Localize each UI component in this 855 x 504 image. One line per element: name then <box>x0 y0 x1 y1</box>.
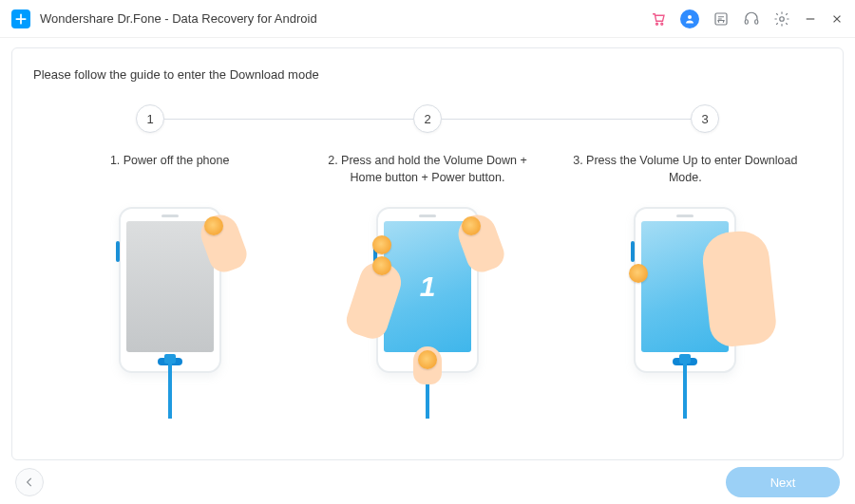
app-title: Wondershare Dr.Fone - Data Recovery for … <box>40 11 650 26</box>
svg-point-3 <box>661 23 663 25</box>
step-2-label: 2. Press and hold the Volume Down + Home… <box>309 152 546 199</box>
instruction-text: Please follow the guide to enter the Dow… <box>31 67 824 82</box>
content-card: Please follow the guide to enter the Dow… <box>11 47 844 460</box>
cart-icon[interactable] <box>650 10 667 28</box>
titlebar: Wondershare Dr.Fone - Data Recovery for … <box>0 0 855 38</box>
svg-rect-6 <box>745 19 748 24</box>
svg-rect-7 <box>755 19 758 24</box>
step-1: 1. Power off the phone <box>51 152 289 420</box>
close-button[interactable] <box>830 12 844 26</box>
step-1-label: 1. Power off the phone <box>104 152 236 199</box>
account-icon[interactable] <box>680 9 699 28</box>
svg-point-2 <box>656 23 658 25</box>
support-icon[interactable] <box>743 10 760 28</box>
feedback-icon[interactable] <box>712 10 730 28</box>
back-button[interactable] <box>15 468 44 496</box>
step-line <box>164 119 413 120</box>
step-2: 2. Press and hold the Volume Down + Home… <box>309 152 546 420</box>
step-2-illustration: 1 <box>314 207 542 420</box>
step-node-2: 2 <box>413 104 442 133</box>
next-button[interactable]: Next <box>726 467 840 497</box>
step-3-label: 3. Press the Volume Up to enter Download… <box>566 152 804 199</box>
minimize-button[interactable] <box>804 12 817 26</box>
step-3: 3. Press the Volume Up to enter Download… <box>566 152 804 420</box>
step-node-1: 1 <box>136 104 164 133</box>
step-line <box>442 119 691 120</box>
app-logo <box>11 9 30 28</box>
step-node-3: 3 <box>691 104 719 133</box>
step-1-illustration <box>56 207 284 420</box>
svg-point-4 <box>688 15 692 19</box>
titlebar-actions <box>650 9 844 28</box>
svg-point-8 <box>780 16 785 21</box>
settings-icon[interactable] <box>773 10 790 28</box>
progress-stepper: 1 2 3 <box>31 104 824 133</box>
step-3-illustration <box>571 207 799 420</box>
steps-row: 1. Power off the phone 2. Press and hold… <box>31 152 824 420</box>
footer: Next <box>0 460 855 504</box>
